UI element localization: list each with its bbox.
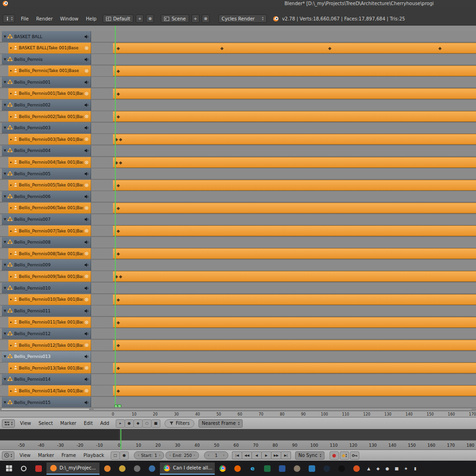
app-icon-gold[interactable] <box>115 462 129 475</box>
jump-to-next-keyframe-button[interactable]: ▶▶ <box>271 451 281 459</box>
speaker-icon[interactable] <box>84 217 89 222</box>
action-channel-row[interactable]: ▸ Bellis_Pernnis003|Take 001|Base ⊗ <box>0 134 476 145</box>
nla-track-row[interactable]: ▼ Bellis_Pernnis012 <box>0 328 476 339</box>
track-channel[interactable]: ▼ Bellis_Pernnis015 <box>2 397 91 408</box>
tray-volume-icon[interactable]: ● <box>383 462 391 475</box>
unlink-action-icon[interactable]: ⊗ <box>85 251 89 256</box>
vlc-icon[interactable] <box>350 462 364 475</box>
photoshop-icon[interactable] <box>305 462 319 475</box>
action-channel[interactable]: ▸ Bellis_Pernnis|Take 001|Base ⊗ <box>8 66 91 76</box>
unlink-action-icon[interactable]: ⊗ <box>85 137 89 142</box>
action-channel-row[interactable]: ▸ Bellis_Pernnis001|Take 001|Base ⊗ <box>0 88 476 99</box>
end-frame-field[interactable]: ‹ End: 250 › <box>165 451 199 459</box>
action-strip[interactable] <box>113 111 476 122</box>
action-channel-row[interactable]: ▸ Bellis_Pernnis012|Take 001|Base ⊗ <box>0 340 476 350</box>
speaker-icon[interactable] <box>84 172 89 176</box>
expand-triangle-icon[interactable]: ▸ <box>10 366 12 370</box>
nla-track-row[interactable]: ▼ Bellis_Pernnis002 <box>0 100 476 111</box>
keyframe-dot[interactable] <box>117 115 120 119</box>
keyframe-dot[interactable] <box>438 47 442 50</box>
sync-mode-selector[interactable]: No Sync ▴▾ <box>295 451 324 460</box>
speaker-icon[interactable] <box>84 331 89 336</box>
keying-set-selector[interactable]: ◆ ▴▾ <box>340 451 349 460</box>
keyframe-dot[interactable] <box>117 367 120 370</box>
track-channel[interactable]: ▼ Bellis_Pernnis <box>2 54 91 65</box>
action-strip[interactable] <box>113 134 476 145</box>
gimp-icon[interactable] <box>290 462 304 475</box>
collapse-triangle-icon[interactable]: ▼ <box>4 401 6 404</box>
add-menu[interactable]: Add <box>97 420 113 427</box>
tray-battery-icon[interactable]: ▮ <box>411 462 419 475</box>
action-channel-row[interactable]: ▸ BASKET BALL|Take 001|Base ⊗ <box>0 43 476 53</box>
unlink-action-icon[interactable]: ⊗ <box>85 320 89 325</box>
render-engine-selector[interactable]: Cycles Render ▴▾ <box>218 14 267 23</box>
play-reverse-button[interactable]: ◀ <box>251 451 262 459</box>
action-channel-row[interactable]: ▸ Bellis_Pernnis008|Take 001|Base ⊗ <box>0 248 476 259</box>
track-channel[interactable]: ▼ Bellis_Pernnis001 <box>2 77 91 87</box>
speaker-icon[interactable] <box>84 103 89 107</box>
tray-network-icon[interactable]: ◆ <box>374 462 382 475</box>
filters-button[interactable]: Filters <box>165 419 194 428</box>
speaker-icon[interactable] <box>84 80 89 85</box>
action-strip[interactable] <box>113 317 476 328</box>
speaker-icon[interactable] <box>84 194 89 199</box>
collapse-triangle-icon[interactable]: ▼ <box>4 240 6 244</box>
action-channel[interactable]: ▸ Bellis_Pernnis007|Take 001|Base ⊗ <box>8 225 91 236</box>
editor-type-selector[interactable]: ▴▾ <box>2 419 15 428</box>
nla-track-row[interactable]: ▼ Bellis_Pernnis011 <box>0 305 476 316</box>
expand-triangle-icon[interactable]: ▸ <box>10 389 12 393</box>
speaker-icon[interactable] <box>84 400 89 405</box>
action-channel-row[interactable]: ▸ Bellis_Pernnis002|Take 001|Base ⊗ <box>0 111 476 122</box>
unlink-action-icon[interactable]: ⊗ <box>85 183 89 188</box>
view-menu[interactable]: View <box>16 452 34 459</box>
expand-triangle-icon[interactable]: ▸ <box>10 183 12 187</box>
action-strip[interactable] <box>113 180 476 191</box>
tray-expand-icon[interactable]: ▲ <box>364 462 373 475</box>
track-channel[interactable]: ▼ Bellis_Pernnis009 <box>2 260 91 271</box>
action-strip[interactable] <box>113 43 476 53</box>
collapse-triangle-icon[interactable]: ▼ <box>4 218 6 221</box>
action-strip[interactable] <box>113 294 476 305</box>
keyframe-dot[interactable] <box>117 207 120 210</box>
collapse-triangle-icon[interactable]: ▼ <box>4 309 6 313</box>
speaker-icon[interactable] <box>84 377 89 382</box>
unlink-action-icon[interactable]: ⊗ <box>85 274 89 279</box>
select-menu[interactable]: Select <box>35 420 57 427</box>
current-frame-field[interactable]: ‹ 1 › <box>204 451 228 459</box>
track-channel[interactable]: ▼ BASKET BALL <box>2 31 91 42</box>
dope-sheet-editor[interactable]: ▼ BASKET BALL ▸ BASKET BALL|Take 001|Bas… <box>0 25 476 417</box>
view-menu[interactable]: View <box>16 420 35 427</box>
expand-triangle-icon[interactable]: ▸ <box>10 92 12 95</box>
speaker-icon[interactable] <box>84 263 89 267</box>
timeline-band[interactable] <box>0 429 476 440</box>
copy-keyframes-button[interactable]: ○ <box>142 419 152 428</box>
keyframe-dot[interactable] <box>117 47 120 50</box>
nla-track-row[interactable]: ▼ Bellis_Pernnis006 <box>0 191 476 202</box>
stepper-left-icon[interactable]: ‹ <box>138 453 139 457</box>
horizontal-scrollbar[interactable] <box>0 407 476 411</box>
keyframe-dot[interactable] <box>117 230 120 233</box>
action-channel-row[interactable]: ▸ Bellis_Pernnis|Take 001|Base ⊗ <box>0 66 476 76</box>
globe-app-icon[interactable] <box>145 462 159 475</box>
screen-layout-selector[interactable]: Default <box>103 14 134 23</box>
action-strip[interactable] <box>113 340 476 350</box>
nla-track-row[interactable]: ▼ Bellis_Pernnis001 <box>0 77 476 87</box>
jump-to-start-button[interactable]: |◀ <box>232 451 242 459</box>
collapse-triangle-icon[interactable]: ▼ <box>4 80 6 84</box>
camera-app-icon[interactable] <box>130 462 144 475</box>
keyframe-dot[interactable] <box>117 390 120 393</box>
file-menu[interactable]: File <box>17 15 33 22</box>
action-channel[interactable]: ▸ Bellis_Pernnis012|Take 001|Base ⊗ <box>8 340 91 350</box>
collapse-triangle-icon[interactable]: ▼ <box>4 263 6 267</box>
nla-track-row[interactable]: ▼ Bellis_Pernnis010 <box>0 283 476 293</box>
action-channel[interactable]: ▸ Bellis_Pernnis003|Take 001|Base ⊗ <box>8 134 91 145</box>
frame-ruler[interactable]: 0102030405060708090100110120130140150160… <box>0 411 476 417</box>
stepper-right-icon[interactable]: › <box>223 453 225 457</box>
speaker-icon[interactable] <box>84 309 89 313</box>
unlink-action-icon[interactable]: ⊗ <box>85 68 89 73</box>
collapse-triangle-icon[interactable]: ▼ <box>4 126 6 130</box>
edge-icon[interactable]: e <box>245 462 259 475</box>
unlink-action-icon[interactable]: ⊗ <box>85 46 89 51</box>
expand-triangle-icon[interactable]: ▸ <box>10 46 12 50</box>
nla-track-row[interactable]: ▼ Bellis_Pernnis015 <box>0 397 476 408</box>
